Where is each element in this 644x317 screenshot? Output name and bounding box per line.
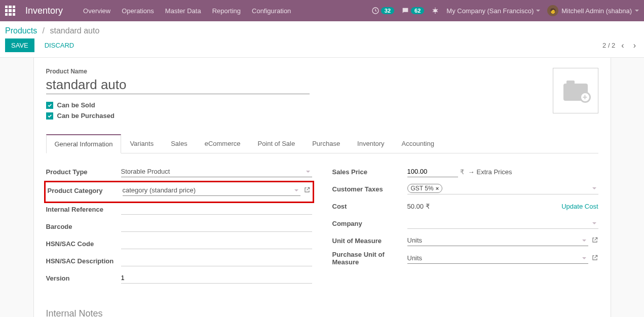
apps-icon[interactable] — [5, 6, 15, 16]
tab-ecommerce[interactable]: eCommerce — [196, 134, 249, 153]
product-image-upload[interactable]: + — [553, 68, 598, 113]
menu-configuration[interactable]: Configuration — [252, 7, 291, 15]
tab-general-information[interactable]: General Information — [46, 134, 122, 153]
product-category-label: Product Category — [48, 187, 123, 194]
product-type-select[interactable] — [121, 166, 312, 177]
cost-value: 50.00 ₹ — [407, 203, 430, 210]
control-panel: Products / standard auto SAVE DISCARD 2 … — [0, 21, 644, 58]
purchase-uom-label: Purchase Unit of Measure — [332, 251, 407, 266]
pager-prev[interactable]: ‹ — [618, 39, 627, 52]
pager-next[interactable]: › — [630, 39, 639, 52]
product-name-input[interactable] — [46, 76, 310, 94]
barcode-label: Barcode — [46, 223, 121, 230]
can-be-purchased-label: Can be Purchased — [57, 112, 115, 120]
user-name: Mitchell Admin (shabna) — [561, 7, 632, 15]
tab-point-of-sale[interactable]: Point of Sale — [249, 134, 304, 153]
company-label: Company — [332, 220, 407, 227]
main-menu: Overview Operations Master Data Reportin… — [83, 7, 291, 15]
breadcrumb-separator: / — [43, 26, 45, 35]
chevron-down-icon — [635, 10, 639, 12]
messages-badge: 62 — [411, 7, 424, 14]
barcode-input[interactable] — [121, 221, 312, 232]
pager: 2 / 2 ‹ › — [602, 39, 639, 52]
uom-label: Unit of Measure — [332, 237, 407, 245]
internal-reference-input[interactable] — [121, 204, 312, 215]
save-button[interactable]: SAVE — [5, 38, 34, 52]
cost-label: Cost — [332, 203, 407, 210]
internal-notes-title: Internal Notes — [46, 308, 598, 317]
can-be-sold-label: Can be Sold — [57, 101, 95, 109]
activities-badge: 32 — [381, 7, 394, 14]
tab-inventory[interactable]: Inventory — [349, 134, 393, 153]
camera-icon: + — [563, 81, 588, 101]
activities-indicator[interactable]: 32 — [371, 7, 394, 15]
tag-remove-icon[interactable]: × — [436, 185, 439, 191]
breadcrumb-current: standard auto — [50, 26, 100, 35]
top-navbar: Inventory Overview Operations Master Dat… — [0, 0, 644, 21]
breadcrumb-parent[interactable]: Products — [5, 26, 37, 35]
external-link-icon[interactable] — [591, 254, 598, 263]
chevron-down-icon — [536, 10, 540, 12]
svg-point-1 — [434, 9, 437, 13]
chat-icon — [401, 7, 409, 15]
can-be-purchased-checkbox[interactable] — [46, 112, 53, 120]
menu-reporting[interactable]: Reporting — [212, 7, 241, 15]
product-type-label: Product Type — [46, 168, 121, 176]
internal-reference-label: Internal Reference — [46, 206, 121, 213]
app-title: Inventory — [25, 6, 63, 16]
messages-indicator[interactable]: 62 — [401, 7, 424, 15]
hsn-code-input[interactable] — [121, 238, 312, 249]
currency-symbol: ₹ — [460, 168, 464, 176]
chevron-down-icon — [592, 187, 596, 189]
version-input[interactable] — [121, 272, 312, 284]
avatar: 🧑 — [547, 5, 558, 16]
hsn-desc-input[interactable] — [121, 255, 312, 266]
company-select[interactable] — [407, 218, 598, 229]
tab-accounting[interactable]: Accounting — [393, 134, 443, 153]
customer-taxes-label: Customer Taxes — [332, 185, 407, 193]
menu-operations[interactable]: Operations — [122, 7, 154, 15]
tab-purchase[interactable]: Purchase — [304, 134, 349, 153]
uom-select[interactable] — [407, 235, 588, 246]
user-menu[interactable]: 🧑 Mitchell Admin (shabna) — [547, 5, 639, 16]
external-link-icon[interactable] — [591, 236, 598, 245]
form-tabs: General Information Variants Sales eComm… — [46, 134, 598, 153]
update-cost-link[interactable]: Update Cost — [561, 203, 598, 210]
hsn-code-label: HSN/SAC Code — [46, 240, 121, 248]
version-label: Version — [46, 274, 121, 282]
tab-sales[interactable]: Sales — [162, 134, 196, 153]
company-switcher[interactable]: My Company (San Francisco) — [446, 7, 540, 15]
bug-icon[interactable] — [431, 7, 439, 15]
tab-variants[interactable]: Variants — [121, 134, 162, 153]
purchase-uom-select[interactable] — [407, 253, 588, 264]
tax-tag-label: GST 5% — [411, 185, 434, 192]
product-name-label: Product Name — [46, 68, 553, 75]
menu-overview[interactable]: Overview — [83, 7, 110, 15]
can-be-sold-checkbox[interactable] — [46, 102, 53, 109]
product-category-select[interactable] — [123, 185, 300, 196]
extra-prices-link[interactable]: Extra Prices — [468, 168, 512, 176]
pager-position: 2 / 2 — [602, 42, 615, 49]
clock-icon — [371, 7, 380, 15]
highlighted-field: Product Category — [44, 181, 314, 203]
company-name: My Company (San Francisco) — [446, 7, 534, 15]
sales-price-input[interactable] — [407, 166, 458, 177]
form-sheet: Product Name Can be Sold Can be Purchase… — [33, 58, 611, 317]
sales-price-label: Sales Price — [332, 168, 407, 176]
external-link-icon[interactable] — [304, 186, 311, 195]
tax-tag[interactable]: GST 5% × — [407, 184, 443, 193]
hsn-desc-label: HSN/SAC Description — [46, 257, 121, 265]
menu-master-data[interactable]: Master Data — [165, 7, 201, 15]
breadcrumb: Products / standard auto — [5, 26, 99, 35]
discard-button[interactable]: DISCARD — [39, 38, 81, 52]
